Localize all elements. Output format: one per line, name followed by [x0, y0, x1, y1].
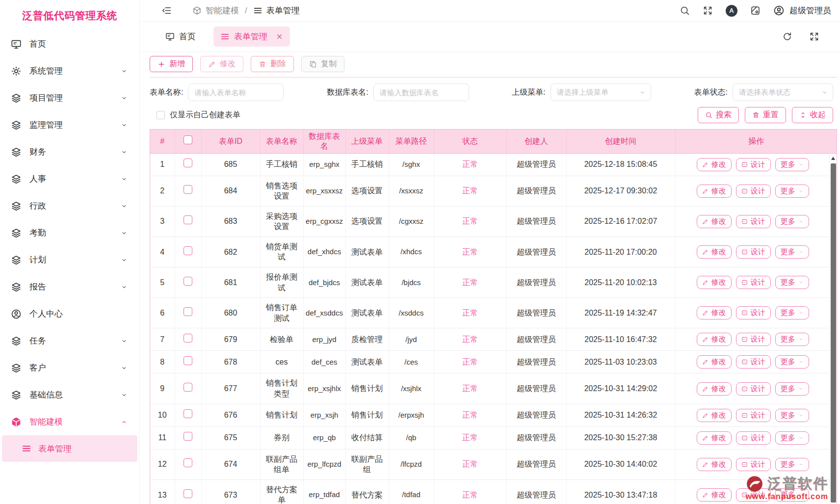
row-modify-button[interactable]: 修改 [697, 333, 732, 346]
row-modify-button[interactable]: 修改 [697, 215, 732, 228]
row-design-button[interactable]: 设计 [736, 245, 771, 259]
row-modify-button[interactable]: 修改 [697, 158, 732, 171]
row-checkbox[interactable] [184, 489, 192, 498]
add-button[interactable]: 新增 [150, 56, 193, 72]
only-mine-checkbox-row[interactable]: 仅显示自己创建表单 [157, 110, 240, 120]
row-checkbox[interactable] [184, 215, 192, 224]
row-checkbox[interactable] [184, 159, 192, 167]
sidebar-item-modeling[interactable]: 智能建模 [0, 408, 139, 435]
row-more-button[interactable]: 更多 [775, 382, 809, 396]
only-mine-checkbox[interactable] [157, 111, 165, 119]
row-modify-button[interactable]: 修改 [697, 245, 732, 259]
row-checkbox[interactable] [184, 409, 192, 418]
row-more-button[interactable]: 更多 [775, 185, 809, 198]
search-button[interactable]: 搜索 [698, 107, 739, 123]
sidebar-item-system[interactable]: 系统管理 [0, 57, 139, 84]
row-modify-button[interactable]: 修改 [697, 382, 732, 396]
row-design-button[interactable]: 设计 [736, 355, 771, 369]
collapse-button[interactable]: 收起 [792, 107, 833, 123]
row-design-button[interactable]: 设计 [736, 158, 771, 171]
row-design-button[interactable]: 设计 [736, 333, 771, 346]
row-design-button[interactable]: 设计 [736, 276, 771, 289]
row-more-button[interactable]: 更多 [775, 355, 809, 369]
scroll-up-arrow-icon[interactable] [831, 157, 835, 160]
sidebar-item-admin[interactable]: 行政 [0, 192, 139, 219]
row-checkbox[interactable] [184, 307, 192, 316]
sidebar-fold-icon[interactable] [161, 5, 172, 16]
user-menu[interactable]: 超级管理员 [773, 5, 831, 16]
row-design-button[interactable]: 设计 [736, 488, 771, 502]
modify-button[interactable]: 修改 [200, 56, 243, 72]
tab-active-1[interactable]: 表单管理 [213, 27, 290, 47]
close-icon[interactable] [276, 33, 283, 40]
row-more-button[interactable]: 更多 [775, 409, 809, 422]
table-scrollbar[interactable] [829, 154, 837, 504]
theme-skin-icon[interactable] [750, 5, 761, 16]
row-checkbox[interactable] [184, 383, 192, 392]
row-design-button[interactable]: 设计 [736, 185, 771, 198]
tab-0[interactable]: 首页 [158, 27, 203, 47]
row-modify-button[interactable]: 修改 [697, 185, 732, 198]
row-more-button[interactable]: 更多 [775, 333, 809, 346]
table-row: 13673替代方案单erp_tdfad替代方案/tdfad正常超级管理员2025… [150, 479, 837, 504]
select-all-checkbox[interactable] [184, 135, 192, 144]
row-checkbox[interactable] [184, 334, 192, 343]
page-fullscreen-icon[interactable] [809, 31, 819, 42]
row-checkbox[interactable] [184, 356, 192, 365]
row-checkbox[interactable] [184, 432, 192, 441]
cell-form_id: 681 [201, 267, 260, 298]
row-design-button[interactable]: 设计 [736, 458, 771, 471]
font-size-icon[interactable]: A [726, 5, 737, 17]
breadcrumb-item-0[interactable]: 智能建模 [192, 5, 239, 16]
row-more-button[interactable]: 更多 [775, 276, 809, 289]
row-more-button[interactable]: 更多 [775, 488, 809, 502]
sidebar-subitem-form-management[interactable]: 表单管理 [2, 435, 137, 462]
row-design-button[interactable]: 设计 [736, 431, 771, 445]
refresh-icon[interactable] [782, 31, 792, 42]
search-icon[interactable] [680, 5, 690, 16]
row-design-button[interactable]: 设计 [736, 409, 771, 422]
sidebar-item-task[interactable]: 任务 [0, 327, 139, 354]
row-modify-button[interactable]: 修改 [697, 409, 732, 422]
row-modify-button[interactable]: 修改 [697, 488, 732, 502]
row-modify-button[interactable]: 修改 [697, 276, 732, 289]
fullscreen-icon[interactable] [703, 5, 713, 16]
row-more-button[interactable]: 更多 [775, 306, 809, 319]
sidebar-item-project[interactable]: 项目管理 [0, 84, 139, 111]
sidebar-item-customer[interactable]: 客户 [0, 354, 139, 381]
scrollbar-thumb[interactable] [831, 163, 836, 503]
sidebar-item-basic-info[interactable]: 基础信息 [0, 381, 139, 408]
row-more-button[interactable]: 更多 [775, 245, 809, 259]
sidebar-item-supervision[interactable]: 监理管理 [0, 111, 139, 138]
row-modify-button[interactable]: 修改 [697, 306, 732, 319]
form-name-input[interactable] [188, 83, 284, 101]
parent-menu-select[interactable]: 请选择上级菜单 [551, 83, 651, 101]
delete-button[interactable]: 删除 [251, 56, 294, 72]
form-status-select[interactable]: 请选择表单状态 [733, 83, 833, 101]
row-more-button[interactable]: 更多 [775, 431, 809, 445]
row-checkbox[interactable] [184, 246, 192, 255]
sidebar-item-report[interactable]: 报告 [0, 273, 139, 300]
row-more-button[interactable]: 更多 [775, 215, 809, 228]
row-modify-button[interactable]: 修改 [697, 458, 732, 471]
db-table-input[interactable] [373, 83, 469, 101]
copy-button[interactable]: 复制 [301, 56, 344, 72]
breadcrumb-item-1[interactable]: 表单管理 [253, 5, 300, 16]
row-design-button[interactable]: 设计 [736, 215, 771, 228]
sidebar-item-attendance[interactable]: 考勤 [0, 219, 139, 246]
sidebar-item-personal[interactable]: 个人中心 [0, 300, 139, 327]
row-more-button[interactable]: 更多 [775, 158, 809, 171]
sidebar-item-plan[interactable]: 计划 [0, 246, 139, 273]
row-modify-button[interactable]: 修改 [697, 431, 732, 445]
row-design-button[interactable]: 设计 [736, 306, 771, 319]
sidebar-item-home[interactable]: 首页 [0, 30, 139, 57]
sidebar-item-hr[interactable]: 人事 [0, 165, 139, 192]
sidebar-item-finance[interactable]: 财务 [0, 138, 139, 165]
row-checkbox[interactable] [184, 185, 192, 194]
row-design-button[interactable]: 设计 [736, 382, 771, 396]
row-modify-button[interactable]: 修改 [697, 355, 732, 369]
reset-button[interactable]: 重置 [745, 107, 786, 123]
row-checkbox[interactable] [184, 277, 192, 286]
row-more-button[interactable]: 更多 [775, 458, 809, 471]
row-checkbox[interactable] [184, 458, 192, 467]
